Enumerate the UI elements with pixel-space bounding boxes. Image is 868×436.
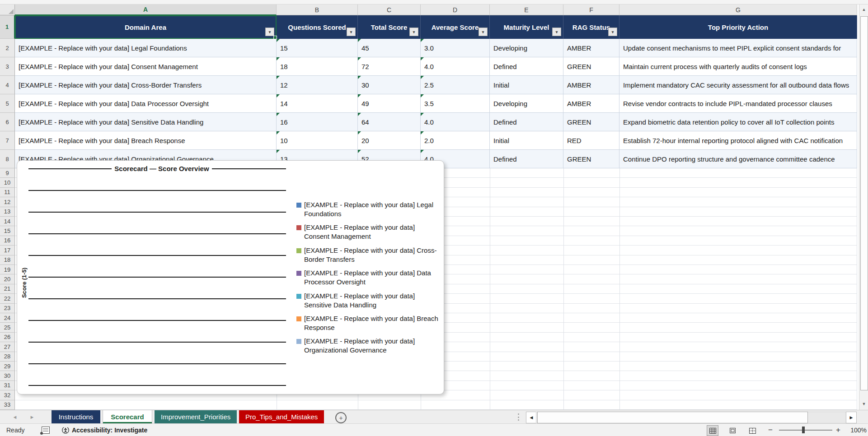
column-header-c[interactable]: C	[358, 5, 421, 15]
cell-g2[interactable]: Update consent mechanisms to meet PIPL e…	[619, 39, 857, 57]
cell-d6[interactable]: 4.0	[421, 113, 490, 131]
row-header-3[interactable]: 3	[0, 57, 15, 76]
cell-c2[interactable]: 45	[358, 39, 421, 57]
cell-e6[interactable]: Defined	[490, 113, 563, 131]
select-all-button[interactable]	[0, 5, 15, 15]
row-header-33[interactable]: 33	[0, 400, 15, 410]
column-header-e[interactable]: E	[490, 5, 563, 15]
cell-f2[interactable]: AMBER	[563, 39, 619, 57]
row-header-16[interactable]: 16	[0, 236, 15, 246]
row-header-24[interactable]: 24	[0, 313, 15, 323]
cell-g8[interactable]: Continue DPO reporting structure and gov…	[619, 150, 857, 168]
cell-a5[interactable]: [EXAMPLE - Replace with your data] Data …	[15, 94, 277, 113]
cell-d4[interactable]: 2.5	[421, 76, 490, 94]
row-header-4[interactable]: 4	[0, 76, 15, 94]
filter-dropdown-icon[interactable]: ▾	[479, 28, 488, 36]
cell-a2[interactable]: [EXAMPLE - Replace with your data] Legal…	[15, 39, 277, 57]
cell-b4[interactable]: 12	[277, 76, 358, 94]
horizontal-scrollbar-thumb[interactable]	[537, 412, 808, 423]
row-header-28[interactable]: 28	[0, 352, 15, 362]
new-sheet-button[interactable]: +	[335, 412, 347, 423]
tab-splitter-handle[interactable]	[518, 413, 520, 421]
row-header-9[interactable]: 9	[0, 168, 15, 178]
cell-g5[interactable]: Revise vendor contracts to include PIPL-…	[619, 94, 857, 113]
cell-b2[interactable]: 15	[277, 39, 358, 57]
row-header-21[interactable]: 21	[0, 284, 15, 294]
zoom-out-icon[interactable]: −	[768, 424, 773, 436]
row-header-29[interactable]: 29	[0, 362, 15, 371]
row-header-10[interactable]: 10	[0, 178, 15, 187]
cell-a6[interactable]: [EXAMPLE - Replace with your data] Sensi…	[15, 113, 277, 131]
cell-f3[interactable]: GREEN	[563, 57, 619, 76]
cell-b6[interactable]: 16	[277, 113, 358, 131]
row-header-18[interactable]: 18	[0, 255, 15, 265]
filter-dropdown-icon[interactable]: ▾	[265, 28, 274, 36]
zoom-slider[interactable]	[779, 430, 832, 431]
row-header-12[interactable]: 12	[0, 197, 15, 207]
cell-e7[interactable]: Initial	[490, 131, 563, 150]
cell-e2[interactable]: Developing	[490, 39, 563, 57]
cell-f5[interactable]: AMBER	[563, 94, 619, 113]
row-header-1[interactable]: 1	[0, 15, 15, 39]
sheet-tab-improvement_priorities[interactable]: Improvement_Priorities	[155, 410, 237, 423]
cell-b7[interactable]: 10	[277, 131, 358, 150]
row-header-2[interactable]: 2	[0, 39, 15, 57]
page-layout-view-icon[interactable]	[727, 425, 738, 436]
cell-c6[interactable]: 64	[358, 113, 421, 131]
column-header-f[interactable]: F	[563, 5, 619, 15]
cell-f7[interactable]: RED	[563, 131, 619, 150]
column-header-a[interactable]: A	[15, 5, 277, 15]
cell-f6[interactable]: GREEN	[563, 113, 619, 131]
cell-g6[interactable]: Expand biometric data retention policy t…	[619, 113, 857, 131]
embedded-chart[interactable]: Scorecard — Score Overview Score (1-5) […	[17, 160, 444, 394]
vertical-scrollbar-thumb[interactable]	[860, 16, 868, 390]
row-header-32[interactable]: 32	[0, 390, 15, 400]
sheet-tab-pro_tips_and_mistakes[interactable]: Pro_Tips_and_Mistakes	[239, 410, 324, 423]
row-header-7[interactable]: 7	[0, 131, 15, 150]
cell-a3[interactable]: [EXAMPLE - Replace with your data] Conse…	[15, 57, 277, 76]
cell-d7[interactable]: 2.0	[421, 131, 490, 150]
cell-a7[interactable]: [EXAMPLE - Replace with your data] Breac…	[15, 131, 277, 150]
column-header-g[interactable]: G	[619, 5, 857, 15]
row-header-5[interactable]: 5	[0, 94, 15, 113]
scroll-up-icon[interactable]: ▲	[860, 5, 868, 14]
row-header-17[interactable]: 17	[0, 246, 15, 255]
row-header-30[interactable]: 30	[0, 371, 15, 380]
empty-row[interactable]	[15, 400, 857, 410]
cell-f4[interactable]: AMBER	[563, 76, 619, 94]
row-header-8[interactable]: 8	[0, 150, 15, 168]
row-header-20[interactable]: 20	[0, 274, 15, 284]
row-header-13[interactable]: 13	[0, 207, 15, 217]
cell-e4[interactable]: Initial	[490, 76, 563, 94]
filter-dropdown-icon[interactable]: ▾	[608, 28, 617, 36]
cell-g3[interactable]: Maintain current process with quarterly …	[619, 57, 857, 76]
row-header-23[interactable]: 23	[0, 304, 15, 313]
row-header-14[interactable]: 14	[0, 217, 15, 226]
normal-view-icon[interactable]	[707, 425, 718, 436]
row-header-11[interactable]: 11	[0, 188, 15, 197]
cell-a4[interactable]: [EXAMPLE - Replace with your data] Cross…	[15, 76, 277, 94]
vertical-scrollbar[interactable]: ▲ ▼	[859, 5, 868, 410]
zoom-in-icon[interactable]: +	[836, 424, 840, 436]
scroll-down-icon[interactable]: ▼	[860, 399, 868, 409]
cell-c5[interactable]: 49	[358, 94, 421, 113]
cell-e8[interactable]: Defined	[490, 150, 563, 168]
row-header-25[interactable]: 25	[0, 323, 15, 332]
cell-g7[interactable]: Establish 72-hour internal reporting pro…	[619, 131, 857, 150]
zoom-slider-thumb[interactable]	[802, 427, 805, 433]
cell-b3[interactable]: 18	[277, 57, 358, 76]
hscroll-right-icon[interactable]: ▶	[846, 412, 857, 423]
filter-dropdown-icon[interactable]: ▾	[347, 28, 356, 36]
accessibility-checker[interactable]: Accessibility: Investigate	[61, 424, 147, 436]
row-header-19[interactable]: 19	[0, 265, 15, 274]
filter-dropdown-icon[interactable]: ▾	[552, 28, 561, 36]
cell-b5[interactable]: 14	[277, 94, 358, 113]
tab-scroll-right-icon[interactable]: ►	[25, 410, 39, 424]
zoom-level[interactable]: 100%	[847, 424, 867, 436]
cell-d3[interactable]: 4.0	[421, 57, 490, 76]
row-header-27[interactable]: 27	[0, 342, 15, 352]
row-header-26[interactable]: 26	[0, 333, 15, 342]
cell-c4[interactable]: 30	[358, 76, 421, 94]
row-header-6[interactable]: 6	[0, 113, 15, 131]
cell-e3[interactable]: Defined	[490, 57, 563, 76]
